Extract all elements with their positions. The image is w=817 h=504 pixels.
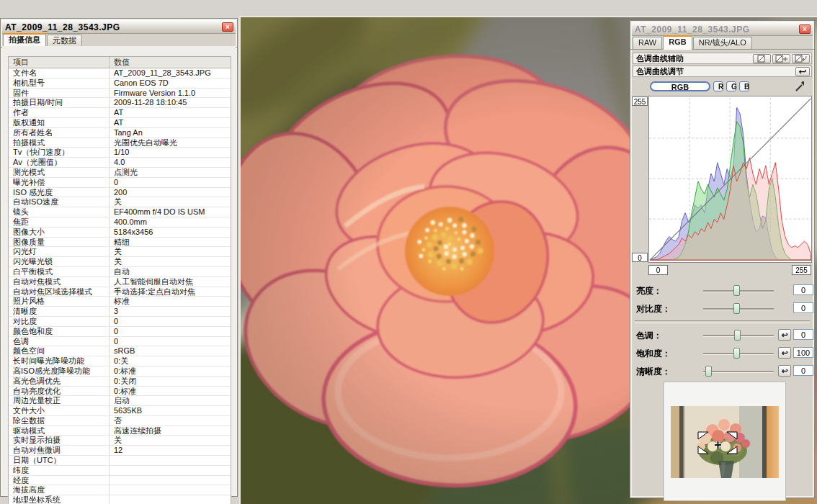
table-row[interactable]: 拍摄模式光圈优先自动曝光 xyxy=(9,138,231,148)
table-row[interactable]: 图像大小5184x3456 xyxy=(9,228,231,238)
left-close-button[interactable]: × xyxy=(222,22,233,32)
table-row[interactable]: 对比度0 xyxy=(9,317,231,327)
navigator-thumbnail[interactable] xyxy=(671,406,779,478)
table-row[interactable]: 长时间曝光降噪功能0:关 xyxy=(9,356,231,366)
curve-plus-icon xyxy=(775,55,788,63)
table-row[interactable]: 白平衡模式自动 xyxy=(9,267,231,277)
table-row[interactable]: 焦距400.0mm xyxy=(9,217,231,228)
table-row[interactable]: Tv（快门速度）1/10 xyxy=(9,148,231,158)
table-row[interactable]: 照片风格标准 xyxy=(9,297,231,307)
saturation-value[interactable]: 100 xyxy=(793,347,813,358)
tab-RGB[interactable]: RGB xyxy=(663,35,692,50)
table-row[interactable]: 文件大小5635KB xyxy=(9,406,231,416)
table-row[interactable]: 所有者姓名Tang An xyxy=(9,128,231,138)
y-min-label: 0 xyxy=(632,253,648,262)
brightness-value[interactable]: 0 xyxy=(793,284,813,295)
tab-NR/镜头/ALO[interactable]: NR/镜头/ALO xyxy=(693,37,752,49)
table-row[interactable]: 清晰度3 xyxy=(9,307,231,317)
contrast-slider-thumb[interactable] xyxy=(733,303,740,314)
right-close-button[interactable]: × xyxy=(799,24,811,34)
table-row[interactable]: 纬度 xyxy=(9,466,231,476)
curve-assist-standard-button[interactable] xyxy=(753,54,771,63)
saturation-slider[interactable] xyxy=(703,353,774,355)
table-row[interactable]: 作者AT xyxy=(9,108,231,118)
table-row[interactable]: 自动ISO速度关 xyxy=(9,197,231,207)
table-row[interactable]: 自动对焦模式人工智能伺服自动对焦 xyxy=(9,277,231,287)
table-row[interactable]: ISO 感光度200 xyxy=(9,188,231,198)
row-value xyxy=(110,495,231,504)
table-row[interactable]: 周边光量校正启动 xyxy=(9,396,231,406)
table-row[interactable]: Av（光圈值）4.0 xyxy=(9,158,231,168)
hue-value[interactable]: 0 xyxy=(793,329,813,340)
row-value: 关 xyxy=(110,257,231,266)
channel-g-button[interactable]: G xyxy=(726,81,736,91)
hue-slider[interactable] xyxy=(703,335,774,337)
x-min-box[interactable]: 0 xyxy=(648,265,668,275)
right-window-titlebar[interactable]: AT_2009_11_28_3543.JPG × xyxy=(632,22,813,36)
x-max-box[interactable]: 255 xyxy=(792,265,811,275)
row-item: 曝光补偿 xyxy=(9,178,110,187)
histogram-x-range: 0 255 xyxy=(648,265,812,275)
row-item: 照片风格 xyxy=(9,297,110,306)
table-row[interactable]: 相机型号Canon EOS 7D xyxy=(9,78,231,89)
clarity-slider[interactable] xyxy=(703,371,774,373)
clarity-undo-button[interactable]: ↩ xyxy=(778,365,791,377)
table-row[interactable]: 版权通知AT xyxy=(9,118,231,128)
table-row[interactable]: 拍摄日期/时间2009-11-28 18:10:45 xyxy=(9,98,231,108)
hue-slider-thumb[interactable] xyxy=(734,330,741,341)
table-row[interactable]: 文件名AT_2009_11_28_3543.JPG xyxy=(9,68,231,78)
tab-元数据[interactable]: 元数据 xyxy=(47,35,82,47)
channel-rgb-button[interactable]: RGB xyxy=(650,81,710,91)
table-row[interactable]: 固件Firmware Version 1.1.0 xyxy=(9,89,231,99)
row-value: 0:关 xyxy=(110,356,231,366)
row-value: 人工智能伺服自动对焦 xyxy=(110,277,231,287)
table-row[interactable]: 曝光补偿0 xyxy=(9,178,231,188)
table-row[interactable]: 实时显示拍摄关 xyxy=(9,436,231,446)
clarity-value[interactable]: 0 xyxy=(793,365,813,376)
table-row[interactable]: 自动对焦区域选择模式手动选择:定点自动对焦 xyxy=(9,287,231,297)
row-item: 对比度 xyxy=(9,317,110,326)
table-row[interactable]: 自动对焦微调12 xyxy=(9,446,231,456)
tone-curve-undo-button[interactable]: ↩ xyxy=(795,67,810,76)
table-row[interactable]: 闪光灯关 xyxy=(9,247,231,257)
eyedropper-button[interactable] xyxy=(790,81,808,91)
channel-b-button[interactable]: B xyxy=(739,81,749,91)
table-row[interactable]: 图像质量精细 xyxy=(9,238,231,248)
tab-RAW[interactable]: RAW xyxy=(633,37,662,49)
left-window-titlebar[interactable]: AT_2009_11_28_3543.JPG × xyxy=(2,20,236,34)
table-row[interactable]: 日期（UTC） xyxy=(9,456,231,466)
table-row[interactable]: 海拔高度 xyxy=(9,485,231,495)
saturation-undo-button[interactable]: ↩ xyxy=(778,347,791,359)
curve-assist-revert-button[interactable] xyxy=(792,54,810,63)
table-row[interactable]: 经度 xyxy=(9,476,231,486)
saturation-slider-row: 饱和度：↩100 xyxy=(630,344,814,362)
channel-r-button[interactable]: R xyxy=(713,81,723,91)
table-row[interactable]: 自动亮度优化0:标准 xyxy=(9,387,231,397)
tab-拍摄信息[interactable]: 拍摄信息 xyxy=(3,33,46,48)
table-row[interactable]: 颜色空间sRGB xyxy=(9,346,231,356)
table-row[interactable]: 测光模式点测光 xyxy=(9,168,231,178)
rgb-histogram-plot[interactable] xyxy=(648,96,812,263)
saturation-slider-thumb[interactable] xyxy=(733,348,740,359)
table-row[interactable]: 地理坐标系统 xyxy=(9,495,231,504)
table-row[interactable]: 驱动模式高速连续拍摄 xyxy=(9,426,231,436)
hue-undo-button[interactable]: ↩ xyxy=(778,329,791,341)
table-row[interactable]: 高ISO感光度降噪功能0:标准 xyxy=(9,366,231,377)
contrast-value[interactable]: 0 xyxy=(793,302,813,313)
table-row[interactable]: 镜头EF400mm f/4 DO IS USM xyxy=(9,207,231,217)
brightness-slider[interactable] xyxy=(703,290,774,292)
table-row[interactable]: 除尘数据否 xyxy=(9,416,231,426)
clarity-slider-thumb[interactable] xyxy=(705,366,712,377)
table-row[interactable]: 颜色饱和度0 xyxy=(9,327,231,337)
table-row[interactable]: 色调0 xyxy=(9,337,231,347)
row-item: Av（光圈值） xyxy=(9,158,110,167)
row-value: 5635KB xyxy=(110,406,231,415)
table-row[interactable]: 闪光曝光锁关 xyxy=(9,257,231,267)
table-row[interactable]: 高光色调优先0:关闭 xyxy=(9,377,231,387)
row-item: 自动亮度优化 xyxy=(9,387,110,396)
curve-assist-add-button[interactable] xyxy=(772,54,790,63)
contrast-slider[interactable] xyxy=(703,308,774,310)
row-item: 文件名 xyxy=(9,68,110,78)
row-item: 固件 xyxy=(9,89,110,98)
brightness-slider-thumb[interactable] xyxy=(733,285,740,296)
